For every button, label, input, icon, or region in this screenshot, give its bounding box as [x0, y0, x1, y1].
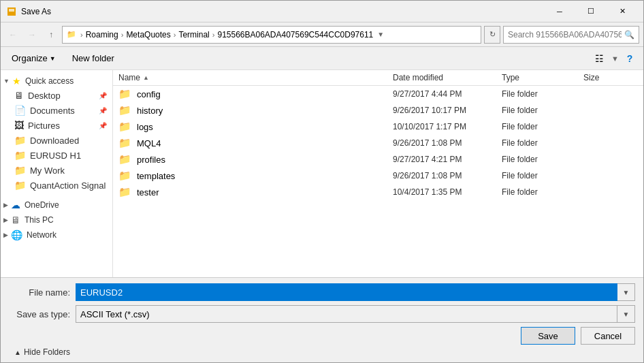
quantaction-icon: 📁	[14, 180, 26, 191]
filename-input[interactable]	[76, 283, 617, 301]
new-folder-button[interactable]: New folder	[67, 51, 120, 65]
breadcrumb-guid[interactable]: 915566BA06ADA407569C544CC0D97611	[217, 30, 373, 40]
file-name: templates	[137, 171, 393, 181]
filename-dropdown-button[interactable]: ▼	[617, 283, 635, 301]
breadcrumb-roaming[interactable]: Roaming	[86, 30, 118, 40]
folder-icon: 📁	[118, 153, 131, 165]
file-row[interactable]: 📁 tester 10/4/2017 1:35 PM File folder	[113, 184, 643, 200]
search-bar[interactable]: 🔍	[503, 26, 639, 44]
close-button[interactable]: ✕	[607, 1, 638, 22]
file-row[interactable]: 📁 history 9/26/2017 10:17 PM File folder	[113, 102, 643, 119]
file-type: File folder	[502, 89, 583, 99]
file-type: File folder	[502, 187, 583, 197]
file-list: 📁 config 9/27/2017 4:44 PM File folder 📁…	[113, 86, 643, 277]
save-button[interactable]: Save	[521, 327, 575, 345]
folder-icon: 📁	[118, 186, 131, 198]
desktop-icon: 🖥	[14, 90, 24, 101]
file-row[interactable]: 📁 config 9/27/2017 4:44 PM File folder	[113, 86, 643, 102]
folder-icon: 📁	[118, 88, 131, 100]
back-button[interactable]: ←	[5, 27, 21, 43]
file-row[interactable]: 📁 logs 10/10/2017 1:17 PM File folder	[113, 119, 643, 135]
bottom-panel: File name: ▼ Save as type: ▼ Save Cancel…	[1, 277, 643, 362]
col-name-label: Name	[118, 73, 140, 82]
documents-pin-icon: 📌	[99, 107, 107, 114]
sidebar-pictures-label: Pictures	[28, 121, 60, 131]
up-button[interactable]: ↑	[43, 27, 59, 43]
thispc-icon: 🖥	[11, 215, 20, 225]
desktop-pin-icon: 📌	[99, 92, 107, 99]
col-type-label: Type	[502, 73, 519, 82]
network-section[interactable]: ▶ 🌐 Network	[1, 227, 112, 242]
folder-icon: 📁	[67, 30, 76, 39]
search-input[interactable]	[508, 30, 622, 40]
dialog-title: Save As	[21, 7, 544, 16]
sidebar-item-pictures[interactable]: 🖼 Pictures 📌	[1, 118, 112, 133]
address-bar[interactable]: 📁 › Roaming › MetaQuotes › Terminal › 91…	[62, 26, 481, 44]
organize-button[interactable]: Organize ▼	[6, 51, 61, 65]
col-date-header[interactable]: Date modified	[393, 73, 502, 82]
folder-icon: 📁	[118, 137, 131, 149]
sidebar-item-downloaded[interactable]: 📁 Downloaded	[1, 133, 112, 148]
network-label: Network	[27, 230, 57, 240]
documents-icon: 📄	[14, 105, 26, 116]
address-dropdown-arrow[interactable]: ▼	[377, 31, 384, 38]
col-type-header[interactable]: Type	[502, 73, 583, 82]
hide-folders-toggle[interactable]: ▲ Hide Folders	[9, 345, 635, 357]
dialog-icon	[6, 6, 17, 17]
file-type: File folder	[502, 138, 583, 148]
filename-label: File name:	[9, 287, 70, 298]
file-name: logs	[137, 122, 393, 132]
sidebar-item-eurusd[interactable]: 📁 EURUSD H1	[1, 148, 112, 163]
maximize-button[interactable]: ☐	[575, 1, 607, 22]
quick-access-arrow: ▼	[3, 78, 10, 84]
forward-button[interactable]: →	[24, 27, 40, 43]
onedrive-label: OneDrive	[25, 200, 59, 210]
onedrive-section[interactable]: ▶ ☁ OneDrive	[1, 197, 112, 212]
pictures-pin-icon: 📌	[99, 122, 107, 129]
file-date: 9/27/2017 4:44 PM	[393, 89, 502, 99]
network-arrow: ▶	[3, 232, 8, 238]
filetype-label: Save as type:	[9, 309, 70, 319]
filename-row: File name: ▼	[9, 283, 635, 301]
folder-icon: 📁	[118, 121, 131, 133]
cancel-button[interactable]: Cancel	[581, 327, 635, 345]
file-type: File folder	[502, 122, 583, 131]
view-mode-button[interactable]: ☷	[590, 50, 609, 67]
sidebar-eurusd-label: EURUSD H1	[30, 151, 81, 161]
eurusd-icon: 📁	[14, 150, 26, 161]
sep1: ›	[80, 31, 83, 39]
col-size-label: Size	[583, 73, 599, 82]
file-name: tester	[137, 187, 393, 198]
breadcrumb-terminal[interactable]: Terminal	[178, 30, 209, 40]
view-arrow[interactable]: ▼	[611, 54, 619, 63]
sidebar-item-desktop[interactable]: 🖥 Desktop 📌	[1, 88, 112, 103]
filetype-input[interactable]	[76, 305, 617, 323]
file-date: 9/26/2017 1:08 PM	[393, 171, 502, 180]
minimize-button[interactable]: ─	[544, 1, 575, 22]
new-folder-label: New folder	[72, 53, 114, 63]
file-type: File folder	[502, 155, 583, 164]
quick-access-section[interactable]: ▼ ★ Quick access	[1, 73, 112, 88]
sidebar-item-quantaction[interactable]: 📁 QuantAction Signal	[1, 178, 112, 193]
cancel-label: Cancel	[594, 331, 622, 341]
file-row[interactable]: 📁 templates 9/26/2017 1:08 PM File folde…	[113, 168, 643, 184]
refresh-button[interactable]: ↻	[484, 26, 500, 44]
col-name-header[interactable]: Name ▲	[118, 73, 393, 82]
thispc-section[interactable]: ▶ 🖥 This PC	[1, 212, 112, 227]
breadcrumb-metaquotes[interactable]: MetaQuotes	[126, 30, 170, 40]
help-button[interactable]: ?	[622, 50, 638, 67]
mywork-icon: 📁	[14, 165, 26, 176]
organize-label: Organize	[12, 53, 48, 63]
col-size-header[interactable]: Size	[583, 73, 638, 82]
sidebar-item-documents[interactable]: 📄 Documents 📌	[1, 103, 112, 118]
file-row[interactable]: 📁 MQL4 9/26/2017 1:08 PM File folder	[113, 135, 643, 151]
sidebar-item-mywork[interactable]: 📁 My Work	[1, 163, 112, 178]
search-icon: 🔍	[624, 30, 634, 40]
sidebar-quantaction-label: QuantAction Signal	[30, 180, 106, 191]
file-type: File folder	[502, 106, 583, 115]
sidebar-mywork-label: My Work	[30, 165, 65, 176]
filetype-dropdown-button[interactable]: ▼	[617, 305, 635, 323]
file-row[interactable]: 📁 profiles 9/27/2017 4:21 PM File folder	[113, 151, 643, 168]
file-date: 10/4/2017 1:35 PM	[393, 187, 502, 197]
main-content: ▼ ★ Quick access 🖥 Desktop 📌 📄 Documents…	[1, 70, 643, 277]
